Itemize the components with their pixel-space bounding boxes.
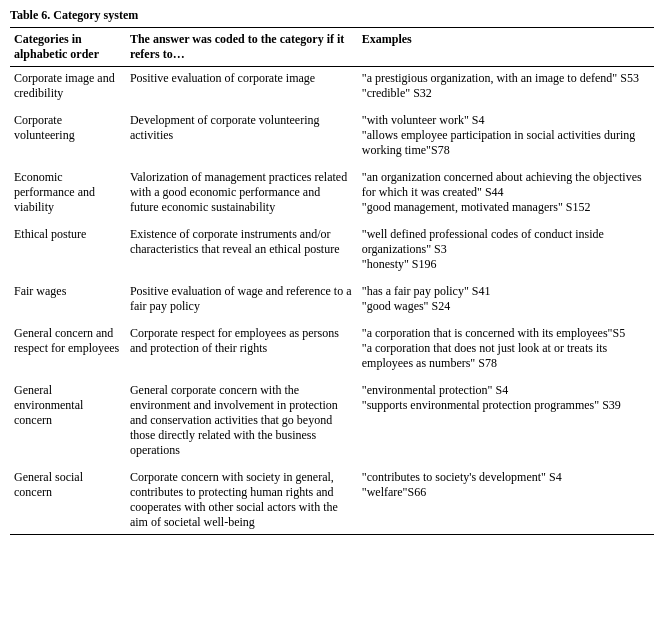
examples-cell: "with volunteer work" S4"allows employee… [358, 109, 654, 162]
table-row: General concern and respect for employee… [10, 322, 654, 375]
table-container: Table 6. Category system Categories in a… [0, 0, 664, 543]
col1-header: Categories in alphabetic order [10, 28, 126, 67]
examples-cell: "well defined professional codes of cond… [358, 223, 654, 276]
definition-cell: Development of corporate volunteering ac… [126, 109, 358, 162]
definition-cell: Existence of corporate instruments and/o… [126, 223, 358, 276]
category-cell: General environmental concern [10, 379, 126, 462]
table-row: General social concernCorporate concern … [10, 466, 654, 535]
table-row: Economic performance and viabilityValori… [10, 166, 654, 219]
table-row: Corporate volunteeringDevelopment of cor… [10, 109, 654, 162]
examples-cell: "environmental protection" S4"supports e… [358, 379, 654, 462]
category-cell: General concern and respect for employee… [10, 322, 126, 375]
examples-cell: "contributes to society's development" S… [358, 466, 654, 535]
examples-cell: "an organization concerned about achievi… [358, 166, 654, 219]
category-cell: Corporate volunteering [10, 109, 126, 162]
col3-header: Examples [358, 28, 654, 67]
definition-cell: Corporate respect for employees as perso… [126, 322, 358, 375]
category-cell: Fair wages [10, 280, 126, 318]
examples-cell: "has a fair pay policy" S41"good wages" … [358, 280, 654, 318]
table-row: Corporate image and credibilityPositive … [10, 67, 654, 106]
category-cell: Ethical posture [10, 223, 126, 276]
examples-cell: "a prestigious organization, with an ima… [358, 67, 654, 106]
table-row: Fair wagesPositive evaluation of wage an… [10, 280, 654, 318]
category-cell: General social concern [10, 466, 126, 535]
definition-cell: General corporate concern with the envir… [126, 379, 358, 462]
col2-header: The answer was coded to the category if … [126, 28, 358, 67]
definition-cell: Valorization of management practices rel… [126, 166, 358, 219]
definition-cell: Positive evaluation of wage and referenc… [126, 280, 358, 318]
definition-cell: Corporate concern with society in genera… [126, 466, 358, 535]
examples-cell: "a corporation that is concerned with it… [358, 322, 654, 375]
table-header-row: Categories in alphabetic order The answe… [10, 28, 654, 67]
table-row: General environmental concernGeneral cor… [10, 379, 654, 462]
table-title: Table 6. Category system [10, 8, 654, 23]
category-cell: Corporate image and credibility [10, 67, 126, 106]
definition-cell: Positive evaluation of corporate image [126, 67, 358, 106]
category-cell: Economic performance and viability [10, 166, 126, 219]
category-table: Categories in alphabetic order The answe… [10, 27, 654, 535]
table-row: Ethical postureExistence of corporate in… [10, 223, 654, 276]
